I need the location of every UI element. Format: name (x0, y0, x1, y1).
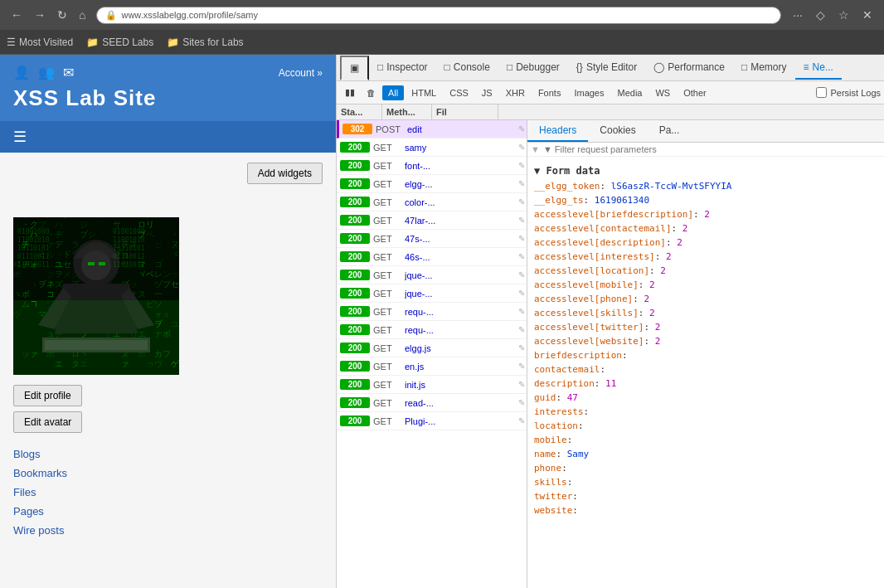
refresh-button[interactable]: ↻ (53, 7, 71, 23)
status-badge: 302 (342, 124, 372, 134)
bookmark-most-visited[interactable]: ☰ Most Visited (7, 36, 73, 48)
home-button[interactable]: ⌂ (75, 7, 90, 23)
user-icon[interactable]: 👤 (13, 65, 30, 80)
table-row[interactable]: 200GET47s-...✎ (337, 230, 527, 248)
table-row[interactable]: 200GETcolor-...✎ (337, 193, 527, 211)
table-row[interactable]: 200GETjque-...✎ (337, 284, 527, 303)
filter-all[interactable]: All (382, 85, 404, 100)
edit-avatar-button[interactable]: Edit avatar (13, 411, 82, 433)
more-button[interactable]: ··· (788, 7, 808, 23)
status-badge: 200 (340, 142, 370, 153)
table-row[interactable]: 200GETrequ-...✎ (337, 303, 527, 321)
net-method: POST (376, 124, 407, 134)
tab-memory[interactable]: □ Memory (733, 56, 795, 80)
address-bar[interactable]: 🔒 www.xsslabelgg.com/profile/samy (96, 7, 781, 24)
tab-params[interactable]: Pa... (648, 120, 692, 142)
persist-logs-label: Persist Logs (830, 88, 881, 98)
files-link[interactable]: Files (13, 484, 323, 500)
edit-icon: ✎ (518, 325, 525, 334)
bookmark-seed-labs[interactable]: 📁 SEED Labs (86, 36, 153, 48)
tab-inspector[interactable]: □ Inspector (369, 56, 436, 80)
filter-fonts[interactable]: Fonts (532, 85, 567, 100)
forward-button[interactable]: → (30, 7, 50, 23)
filter-media[interactable]: Media (611, 85, 648, 100)
group-icon[interactable]: 👥 (38, 65, 55, 80)
form-field: accesslevel[mobile]: 2 (534, 279, 877, 291)
tab-style-editor[interactable]: {} Style Editor (568, 56, 645, 80)
bookmark-button[interactable]: ☆ (833, 7, 854, 23)
bookmarks-link[interactable]: Bookmarks (13, 465, 323, 481)
tab-cookies[interactable]: Cookies (588, 120, 647, 142)
persist-logs-checkbox[interactable] (816, 87, 827, 98)
back-button[interactable]: ← (7, 7, 27, 23)
filter-ws[interactable]: WS (649, 85, 676, 100)
table-row[interactable]: 200GETen.js✎ (337, 357, 527, 376)
status-badge: 200 (340, 160, 370, 171)
filter-images[interactable]: Images (568, 85, 610, 100)
form-field: accesslevel[phone]: 2 (534, 293, 877, 305)
field-value: 2 (644, 294, 649, 304)
edit-profile-button[interactable]: Edit profile (13, 385, 82, 406)
net-file: 46s-... (405, 252, 517, 262)
request-details: Headers Cookies Pa... ▼ ▼ Filter request… (527, 120, 884, 588)
form-field: accesslevel[twitter]: 2 (534, 321, 877, 333)
filter-other[interactable]: Other (678, 85, 712, 100)
site-nav[interactable]: ☰ (0, 121, 336, 153)
nav-buttons: ← → ↻ ⌂ (7, 7, 90, 23)
tab-console[interactable]: □ Console (436, 56, 498, 80)
pause-button[interactable]: ▮▮ (340, 85, 360, 100)
field-name: mobile (534, 435, 567, 445)
table-row[interactable]: 302POSTedit✎ (337, 120, 527, 138)
filter-css[interactable]: CSS (444, 85, 474, 100)
filter-js[interactable]: JS (476, 85, 498, 100)
clear-button[interactable]: 🗑 (362, 86, 381, 100)
table-row[interactable]: 200GETelgg.js✎ (337, 339, 527, 357)
filter-xhr[interactable]: XHR (500, 85, 531, 100)
pocket-button[interactable]: ◇ (811, 7, 830, 23)
edit-icon: ✎ (518, 179, 525, 188)
pages-link[interactable]: Pages (13, 503, 323, 519)
field-value: 2 (649, 308, 655, 318)
edit-icon: ✎ (518, 270, 525, 279)
blogs-link[interactable]: Blogs (13, 446, 323, 462)
field-name: phone (534, 463, 561, 474)
field-value: 2 (666, 251, 672, 262)
field-name: twitter (534, 491, 572, 502)
net-file: Plugi-... (405, 416, 517, 426)
form-field: accesslevel[description]: 2 (534, 236, 877, 249)
table-row[interactable]: 200GETjque-...✎ (337, 266, 527, 284)
tab-performance[interactable]: ◯ Performance (645, 56, 733, 80)
tab-network[interactable]: ≡ Ne... (795, 56, 842, 80)
status-badge: 200 (340, 251, 370, 262)
bookmark-sites-for-labs[interactable]: 📁 Sites for Labs (167, 36, 243, 48)
detail-content[interactable]: ▼ Form data__elgg_token: lS6aszR-TccW-Mv… (527, 157, 884, 588)
edit-icon: ✎ (518, 161, 525, 170)
bookmark-label: Sites for Labs (182, 36, 243, 48)
form-field: accesslevel[contactemail]: 2 (534, 222, 877, 235)
table-row[interactable]: 200GETPlugi-...✎ (337, 412, 527, 430)
field-name: accesslevel[interests] (534, 251, 655, 262)
add-widgets-button[interactable]: Add widgets (247, 163, 323, 184)
table-row[interactable]: 200GETrequ-...✎ (337, 321, 527, 339)
tab-debugger[interactable]: □ Debugger (498, 56, 568, 80)
table-row[interactable]: 200GETfont-...✎ (337, 157, 527, 175)
table-row[interactable]: 200GETelgg-...✎ (337, 175, 527, 193)
field-name: interests (534, 406, 584, 417)
site-links: Blogs Bookmarks Files Pages Wire posts (13, 446, 323, 538)
table-row[interactable]: 200GET46s-...✎ (337, 248, 527, 266)
close-button[interactable]: ✕ (857, 7, 877, 23)
table-row[interactable]: 200GETread-...✎ (337, 394, 527, 412)
tab-headers[interactable]: Headers (527, 120, 588, 142)
devtools-inspect-btn[interactable]: ▣ (340, 56, 369, 80)
mail-icon[interactable]: ✉ (63, 65, 74, 80)
wire-posts-link[interactable]: Wire posts (13, 522, 323, 538)
field-name: __elgg_token (534, 181, 600, 192)
site-content: Add widgets Edit profile Edit avatar Blo… (0, 153, 336, 588)
table-row[interactable]: 200GETinit.js✎ (337, 376, 527, 394)
filter-html[interactable]: HTML (406, 85, 442, 100)
table-row[interactable]: 200GETsamy✎ (337, 138, 527, 157)
hamburger-menu[interactable]: ☰ (13, 129, 27, 145)
net-file: 47lar-... (405, 216, 517, 226)
table-row[interactable]: 200GET47lar-...✎ (337, 211, 527, 230)
account-menu[interactable]: Account » (279, 67, 323, 79)
